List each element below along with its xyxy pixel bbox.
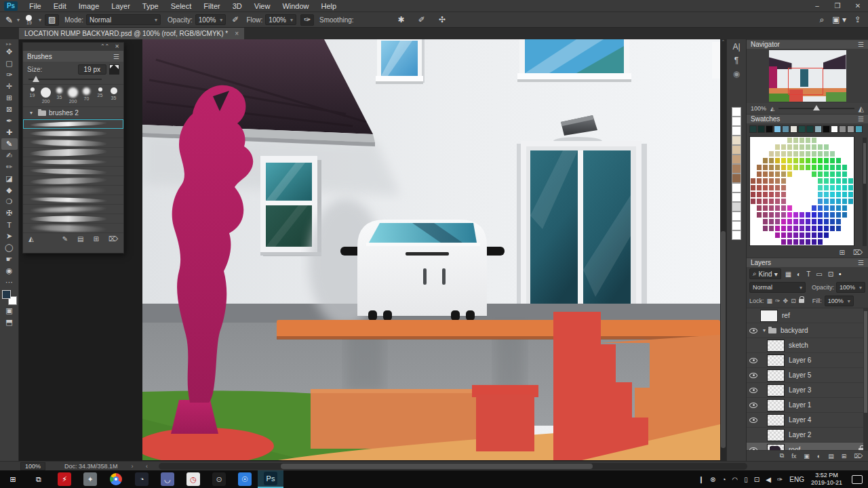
swatch-cell[interactable] (768, 198, 774, 205)
brush-stroke-item[interactable] (23, 176, 123, 186)
swatch-cell[interactable] (793, 157, 799, 164)
recent-swatch[interactable] (831, 125, 838, 133)
swatch-cell[interactable] (793, 150, 799, 157)
swatch-cell[interactable] (842, 144, 848, 150)
brush-stroke-item[interactable] (23, 129, 123, 138)
swatch-cell[interactable] (817, 218, 823, 225)
eye-icon[interactable] (749, 388, 757, 393)
layers-scrollbar[interactable] (863, 308, 868, 450)
swatch-cell[interactable] (848, 144, 854, 150)
swatch-cell[interactable] (811, 178, 817, 184)
swatch-cell[interactable] (762, 205, 768, 211)
hand-tool[interactable]: ☛ (1, 253, 18, 265)
app-clock-red[interactable]: ◷ (180, 470, 206, 488)
swatch-cell[interactable] (811, 144, 817, 150)
layer-row-layer-6[interactable]: Layer 6 (747, 353, 868, 368)
swatch-cell[interactable] (762, 211, 768, 218)
move-tool[interactable]: ✥ (1, 46, 18, 58)
swatch-cell[interactable] (787, 144, 793, 150)
navigator-header[interactable]: Navigator ☰ (747, 39, 868, 49)
swatch-cell[interactable] (829, 144, 835, 150)
brush-stroke-item[interactable] (23, 214, 123, 224)
vertical-scroll-thumb[interactable] (721, 231, 726, 448)
adjustment-icon[interactable]: ◐ (817, 453, 821, 460)
adjustment-filter-icon[interactable]: ◐ (795, 270, 802, 278)
layer-row-layer-4[interactable]: Layer 4 (747, 413, 868, 428)
swatch-cell[interactable] (817, 198, 823, 205)
menu-item-layer[interactable]: Layer (105, 0, 136, 12)
swatch-cell[interactable] (848, 137, 854, 144)
swatch-cell[interactable] (768, 239, 774, 245)
swatch-cell[interactable] (817, 157, 823, 164)
swatch-cell[interactable] (762, 225, 768, 232)
recent-swatch[interactable] (766, 125, 773, 133)
notify-app-icon[interactable]: ◠ (732, 476, 738, 483)
volume-icon[interactable]: ◀ (766, 476, 771, 483)
swatch-cell[interactable] (793, 211, 799, 218)
swatch-cell[interactable] (811, 225, 817, 232)
marquee-tool[interactable]: ▢ (1, 58, 18, 69)
pen-link-icon[interactable]: ✑ (777, 476, 783, 483)
color-strip-swatch[interactable] (732, 107, 741, 117)
path-select-tool[interactable]: ➤ (1, 230, 18, 242)
swatch-cell[interactable] (781, 218, 787, 225)
recent-swatch[interactable] (749, 125, 757, 133)
display-icon[interactable]: ⊡ (754, 476, 760, 483)
mountain-size-icon[interactable]: ◭ (28, 235, 34, 243)
swatch-cell[interactable] (811, 211, 817, 218)
recent-swatch[interactable] (782, 125, 789, 133)
swatch-cell[interactable] (805, 137, 811, 144)
swatch-cell[interactable] (829, 211, 835, 218)
swatch-cell[interactable] (799, 232, 805, 239)
swatch-cell[interactable] (756, 184, 762, 191)
swatch-cell[interactable] (835, 218, 842, 225)
swatch-cell[interactable] (805, 171, 811, 178)
swatch-cell[interactable] (811, 157, 817, 164)
swatch-cell[interactable] (762, 232, 768, 239)
swatch-cell[interactable] (842, 150, 848, 157)
brush-preset-19[interactable]: 19 (26, 86, 39, 105)
delete-icon[interactable]: ⌦ (108, 235, 118, 243)
swatch-cell[interactable] (756, 218, 762, 225)
color-strip-swatch[interactable] (732, 126, 741, 136)
app-chrome[interactable] (103, 470, 129, 488)
quick-selection-tool[interactable]: ✛ (1, 81, 18, 92)
swatch-cell[interactable] (774, 184, 781, 191)
swatch-cell[interactable] (774, 218, 781, 225)
layer-name[interactable]: Layer 4 (789, 416, 811, 424)
fx-icon[interactable]: fx (791, 453, 796, 460)
delete-layer-icon[interactable]: ⌦ (854, 453, 863, 460)
swatch-cell[interactable] (823, 205, 829, 211)
swatch-cell[interactable] (829, 198, 835, 205)
swatch-cell[interactable] (781, 225, 787, 232)
swatch-cell[interactable] (799, 150, 805, 157)
brush-angle-icon[interactable] (109, 64, 119, 75)
brush-stroke-item[interactable] (23, 195, 123, 205)
opacity-select[interactable]: 100%▾ (195, 14, 226, 25)
layer-row-layer-1[interactable]: Layer 1 (747, 398, 868, 413)
shape-filter-icon[interactable]: ▭ (814, 270, 823, 278)
swatch-cell[interactable] (817, 184, 823, 191)
swatch-cell[interactable] (768, 171, 774, 178)
swatch-cell[interactable] (774, 211, 781, 218)
swatch-cell[interactable] (799, 211, 805, 218)
swatch-cell[interactable] (823, 150, 829, 157)
zoom-tool[interactable]: ◉ (1, 265, 18, 277)
swatch-cell[interactable] (774, 144, 781, 150)
swatch-cell[interactable] (781, 191, 787, 198)
swatch-cell[interactable] (817, 164, 823, 171)
recent-swatch[interactable] (790, 125, 797, 133)
start-button[interactable]: ⊞ (0, 470, 26, 488)
swatch-cell[interactable] (750, 178, 756, 184)
layer-name[interactable]: Layer 5 (789, 371, 811, 379)
swatch-cell[interactable] (799, 157, 805, 164)
swatch-cell[interactable] (823, 164, 829, 171)
swatch-cell[interactable] (805, 184, 811, 191)
screen-mode-icon[interactable]: ⬒ (1, 317, 18, 328)
app-gray-utility[interactable]: ✦ (77, 470, 103, 488)
swatch-cell[interactable] (829, 191, 835, 198)
lock-artboard-icon[interactable]: ⊡ (791, 298, 796, 304)
swatch-cell[interactable] (781, 211, 787, 218)
swatch-cell[interactable] (750, 164, 756, 171)
swatch-cell[interactable] (799, 225, 805, 232)
